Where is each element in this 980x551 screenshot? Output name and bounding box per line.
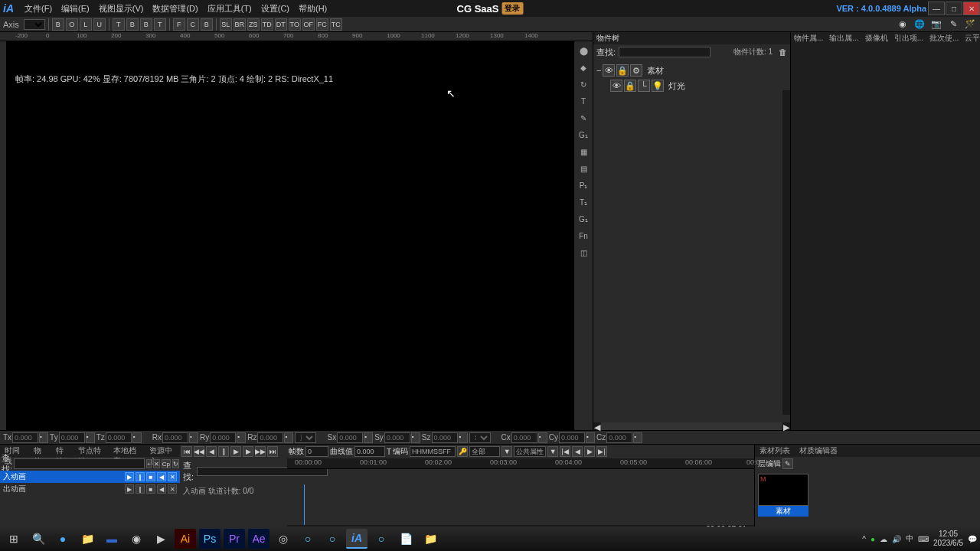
node-icon[interactable]: └ [638,80,650,92]
app-icon-4[interactable]: ○ [297,529,318,549]
explorer-icon[interactable]: 📁 [77,529,98,549]
app-icon[interactable]: ▬ [101,529,122,549]
tb-e8[interactable]: FC [316,18,328,31]
tb-d3[interactable]: B [201,18,213,31]
copy-icon[interactable]: Cp [162,459,171,468]
frame-input[interactable]: 0 [305,446,328,457]
tx-input[interactable] [12,432,38,443]
nav-last-icon[interactable]: ▶| [596,446,607,457]
search-button[interactable]: 🔍 [28,529,49,549]
tool-p1-icon[interactable]: P₁ [576,178,591,193]
lock-icon[interactable]: 🔒 [616,64,629,77]
tool-pen-icon[interactable]: ✎ [576,110,591,126]
ae-icon[interactable]: Ae [248,529,270,549]
tray-ime-icon[interactable]: 中 [906,533,913,544]
trash-icon[interactable]: 🗑 [779,47,787,57]
menu-settings[interactable]: 设置(C) [256,2,294,16]
prev-icon[interactable]: ◀ [157,472,166,481]
pause-icon[interactable]: ‖ [136,484,145,494]
nav-next-icon[interactable]: ▶ [584,446,595,457]
timeline-body[interactable] [287,484,754,525]
menu-data[interactable]: 数据管理(D) [148,2,202,16]
sx-input[interactable] [337,432,363,443]
tb-e3[interactable]: ZS [247,18,260,31]
viewport[interactable]: 帧率: 24.98 GPU: 42% 显存: 7807/8192 MB 三角片:… [6,41,574,430]
sy-input[interactable] [384,432,410,443]
videoapp-icon[interactable]: ▶ [150,529,172,549]
tray-wechat-icon[interactable]: ● [871,535,875,543]
tb-e7[interactable]: OF [302,18,315,31]
ry-input[interactable] [210,432,236,443]
next-key-icon[interactable]: ▶▶ [255,446,266,457]
tool-g2-icon[interactable]: G₁ [576,211,591,227]
play-icon[interactable]: ▶ [125,472,134,481]
tb-e4[interactable]: TD [261,18,273,31]
outliner-hscroll[interactable]: ◀ ▶ [593,422,790,430]
stop-icon[interactable]: ■ [146,472,155,481]
props-tab-batch[interactable]: 批次使... [926,32,962,44]
app-icon-2[interactable]: ◉ [126,529,147,549]
tab-archive[interactable]: 本地档案 [109,445,144,457]
refresh-icon[interactable]: ↻ [172,459,179,468]
tab-nodefx[interactable]: 节点特技 [74,445,109,457]
tree-row-root[interactable]: − 👁 🔒 ⚙ 素材 [596,63,787,78]
anim-row-out[interactable]: 出动画 ▶ ‖ ■ ◀ ✕ [0,483,180,495]
notepad-icon[interactable]: 📄 [395,529,416,549]
outliner-scrollbar[interactable] [782,90,790,415]
camera-icon[interactable]: 📷 [929,18,943,31]
maximize-button[interactable]: □ [946,2,962,15]
props-tab-export[interactable]: 引出项... [891,32,926,44]
tb-e9[interactable]: TC [330,18,342,31]
cx-input[interactable] [511,432,537,443]
pr-icon[interactable]: Pr [224,529,245,549]
ps-icon[interactable]: Ps [199,529,220,549]
close-icon[interactable]: ✕ [168,484,177,494]
next-frame-icon[interactable]: ▶ [243,446,253,457]
tb-c3[interactable]: B [140,18,152,31]
globe-icon[interactable]: 🌐 [913,18,926,31]
rx-input[interactable] [162,432,188,443]
app-icon-3[interactable]: ◎ [273,529,294,549]
axis-select[interactable] [24,19,45,30]
tray-volume-icon[interactable]: 🔊 [892,535,901,543]
menu-help[interactable]: 帮助(H) [294,2,332,16]
light-icon[interactable]: 💡 [652,80,664,92]
menu-view[interactable]: 视图显示(V) [94,2,149,16]
tb-c4[interactable]: T [154,18,166,31]
first-frame-icon[interactable]: ⏮ [181,446,192,457]
tool-sphere-icon[interactable]: ⬤ [576,43,591,58]
clock[interactable]: 12:05 2023/6/5 [933,530,963,548]
anim-row-in[interactable]: 入动画 ▶ ‖ ■ ◀ ✕ [0,471,180,483]
add-icon[interactable]: + [146,459,152,468]
menu-edit[interactable]: 编辑(E) [57,2,94,16]
outliner-tree[interactable]: − 👁 🔒 ⚙ 素材 👁 🔒 └ 💡 灯光 [593,60,790,422]
tb-e6[interactable]: TO [289,18,301,31]
props-tab-camera[interactable]: 摄像机 [862,32,891,44]
ai-icon[interactable]: Ai [175,529,196,549]
tb-e2[interactable]: BR [234,18,246,31]
cz-input[interactable] [606,432,632,443]
tray-expand-icon[interactable]: ^ [862,535,866,543]
folder-icon[interactable]: 📁 [420,529,441,549]
tool-rect-icon[interactable]: ◫ [576,245,591,260]
eye-icon[interactable]: 👁 [610,80,622,92]
ty-input[interactable] [59,432,85,443]
pause-icon[interactable]: ‖ [218,446,229,457]
tb-c2[interactable]: B [126,18,139,31]
curve-input[interactable]: 0.000 [354,446,385,457]
record-icon[interactable]: ◉ [896,18,910,31]
x-icon[interactable]: ✕ [153,459,160,468]
wand-icon[interactable]: 🪄 [963,18,977,31]
rz-input[interactable] [257,432,283,443]
props-tab-object[interactable]: 物件属... [791,32,826,44]
outliner-search-input[interactable] [619,47,710,57]
tray-cloud-icon[interactable]: ☁ [880,535,887,543]
tb-c1[interactable]: T [113,18,125,31]
tool-rotate-icon[interactable]: ↻ [576,77,591,92]
tb-b4[interactable]: U [93,18,106,31]
edit-icon[interactable]: ✎ [946,18,960,31]
play-icon[interactable]: ▶ [230,446,241,457]
tab-fx[interactable]: 特技 [51,445,74,457]
stop-icon[interactable]: ■ [146,484,155,494]
tool-diamond-icon[interactable]: ◆ [576,60,591,75]
